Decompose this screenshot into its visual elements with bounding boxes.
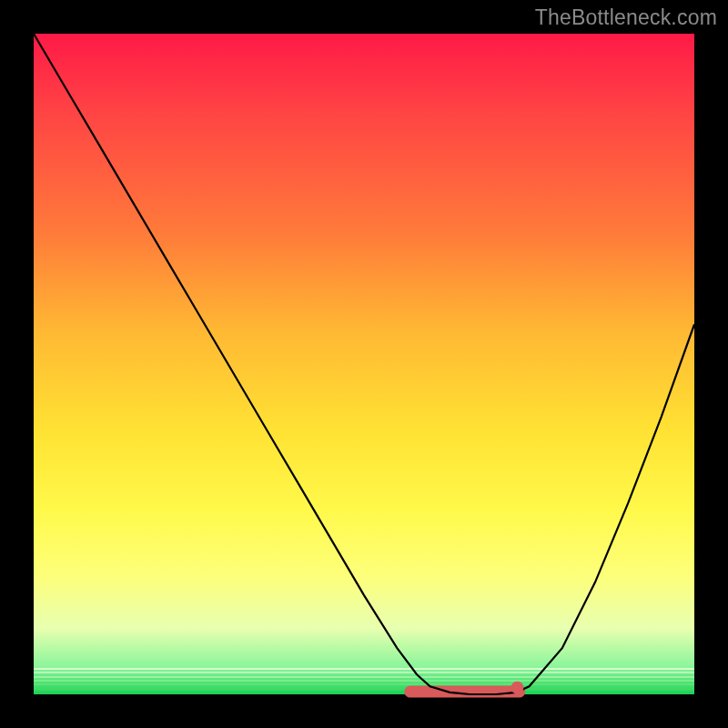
curve-layer: [34, 34, 694, 694]
plot-area: [34, 34, 694, 694]
watermark-text: TheBottleneck.com: [535, 5, 717, 30]
chart-frame: TheBottleneck.com: [0, 0, 728, 728]
curve-marker-dot: [511, 682, 523, 694]
bottleneck-curve: [34, 34, 694, 694]
